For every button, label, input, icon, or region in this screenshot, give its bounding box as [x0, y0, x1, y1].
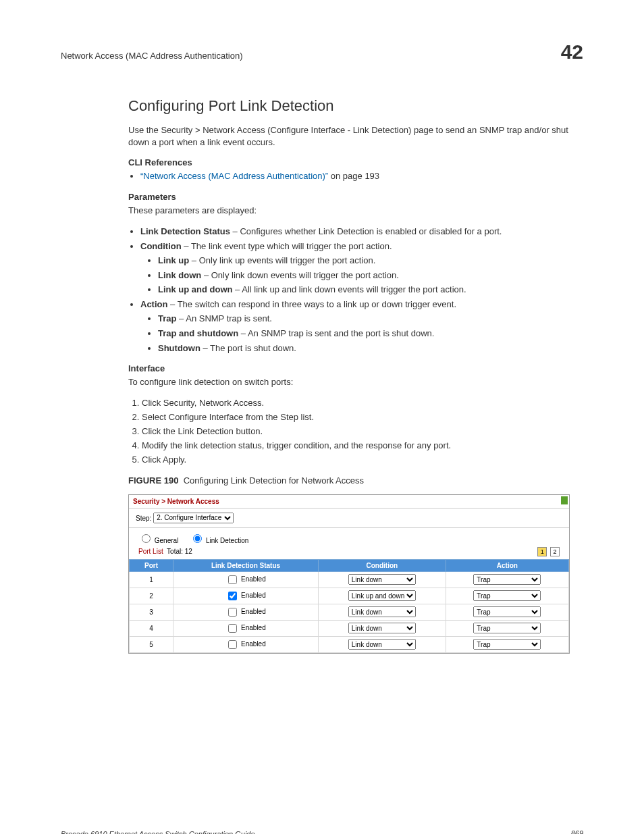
- action-select[interactable]: Trap: [473, 590, 541, 601]
- action-select[interactable]: Trap: [473, 574, 541, 585]
- action-select[interactable]: Trap: [473, 639, 541, 650]
- figure-caption: FIGURE 190 Configuring Link Detection fo…: [128, 475, 570, 486]
- running-head: Network Access (MAC Address Authenticati…: [61, 51, 243, 61]
- intro-paragraph: Use the Security > Network Access (Confi…: [128, 124, 570, 148]
- col-condition: Condition: [318, 559, 446, 571]
- step-item: Click the Link Detection button.: [142, 426, 570, 436]
- col-action: Action: [446, 559, 568, 571]
- param-sub-item: Trap and shutdown – An SNMP trap is sent…: [158, 328, 570, 340]
- table-row: 3 EnabledLink downTrap: [130, 604, 569, 620]
- col-status: Link Detection Status: [173, 559, 319, 571]
- figure-number: FIGURE 190: [128, 475, 178, 486]
- chapter-number: 42: [561, 41, 583, 63]
- cell-action: Trap: [446, 636, 568, 652]
- cell-condition: Link down: [318, 604, 446, 620]
- cell-condition: Link down: [318, 571, 446, 588]
- param-sub-item: Link up and down – All link up and link …: [158, 284, 570, 296]
- enabled-checkbox[interactable]: [228, 624, 237, 633]
- table-row: 1 EnabledLink downTrap: [130, 571, 569, 588]
- condition-select[interactable]: Link down: [348, 606, 416, 617]
- figure-title: Configuring Link Detection for Network A…: [184, 475, 364, 486]
- ui-breadcrumb: Security > Network Access: [129, 495, 569, 509]
- parameters-intro: These parameters are displayed:: [128, 205, 570, 217]
- radio-link-detection[interactable]: Link Detection: [190, 537, 248, 544]
- param-sub-item: Link down – Only link down events will t…: [158, 269, 570, 282]
- step-item: Select Configure Interface from the Step…: [142, 412, 570, 422]
- param-sub-item: Shutdown – The port is shut down.: [158, 342, 570, 355]
- enabled-checkbox[interactable]: [228, 592, 237, 600]
- section-title: Configuring Port Link Detection: [128, 97, 570, 115]
- cell-port: 1: [130, 571, 173, 588]
- cell-action: Trap: [446, 604, 568, 620]
- cell-condition: Link down: [318, 636, 446, 652]
- col-port: Port: [130, 559, 173, 571]
- step-item: Modify the link detection status, trigge…: [142, 440, 570, 450]
- condition-select[interactable]: Link down: [348, 574, 416, 585]
- enabled-checkbox[interactable]: [228, 608, 237, 617]
- cell-port: 4: [130, 620, 173, 636]
- param-item: Action – The switch can respond in three…: [140, 298, 570, 354]
- cell-port: 5: [130, 636, 173, 652]
- page-1[interactable]: 1: [537, 547, 547, 556]
- cli-refs-heading: CLI References: [128, 157, 570, 167]
- cell-action: Trap: [446, 571, 568, 588]
- enabled-checkbox[interactable]: [228, 640, 237, 649]
- step-item: Click Apply.: [142, 454, 570, 465]
- condition-select[interactable]: Link down: [348, 623, 416, 633]
- cell-condition: Link up and down: [318, 588, 446, 604]
- help-icon[interactable]: [561, 496, 568, 504]
- cell-action: Trap: [446, 588, 568, 604]
- param-item: Link Detection Status – Configures wheth…: [140, 226, 570, 238]
- cli-ref-suffix: on page 193: [328, 171, 379, 181]
- cell-condition: Link down: [318, 620, 446, 636]
- cell-status: Enabled: [173, 620, 319, 636]
- action-select[interactable]: Trap: [473, 623, 541, 633]
- table-row: 4 EnabledLink downTrap: [130, 620, 569, 636]
- step-select[interactable]: 2. Configure Interface: [153, 513, 234, 523]
- page-2[interactable]: 2: [550, 547, 560, 556]
- parameters-heading: Parameters: [128, 192, 570, 202]
- condition-select[interactable]: Link up and down: [348, 590, 416, 601]
- param-item: Condition – The link event type which wi…: [140, 240, 570, 296]
- cell-status: Enabled: [173, 604, 319, 620]
- cell-status: Enabled: [173, 571, 319, 588]
- table-row: 2 EnabledLink up and downTrap: [130, 588, 569, 604]
- condition-select[interactable]: Link down: [348, 639, 416, 650]
- cli-ref-link[interactable]: “Network Access (MAC Address Authenticat…: [140, 171, 328, 181]
- enabled-checkbox[interactable]: [228, 575, 237, 584]
- step-item: Click Security, Network Access.: [142, 398, 570, 408]
- cell-port: 3: [130, 604, 173, 620]
- figure-ui-panel: Security > Network Access Step: 2. Confi…: [128, 494, 570, 654]
- table-row: 5 EnabledLink downTrap: [130, 636, 569, 652]
- param-sub-item: Trap – An SNMP trap is sent.: [158, 313, 570, 325]
- pagination: 1 2: [536, 547, 560, 556]
- param-sub-item: Link up – Only link up events will trigg…: [158, 255, 570, 267]
- interface-heading: Interface: [128, 363, 570, 373]
- footer-pagenum: 869: [571, 829, 583, 834]
- interface-intro: To configure link detection on switch po…: [128, 376, 570, 388]
- cell-port: 2: [130, 588, 173, 604]
- radio-general[interactable]: General: [138, 537, 178, 544]
- port-list-label: Port List Total: 12: [138, 548, 192, 555]
- port-table: Port Link Detection Status Condition Act…: [129, 559, 569, 653]
- footer-guide: Brocade 6910 Ethernet Access Switch Conf…: [61, 830, 255, 834]
- action-select[interactable]: Trap: [473, 606, 541, 617]
- step-label: Step:: [136, 514, 151, 521]
- cell-status: Enabled: [173, 636, 319, 652]
- cell-action: Trap: [446, 620, 568, 636]
- cli-ref-item: “Network Access (MAC Address Authenticat…: [140, 170, 570, 182]
- cell-status: Enabled: [173, 588, 319, 604]
